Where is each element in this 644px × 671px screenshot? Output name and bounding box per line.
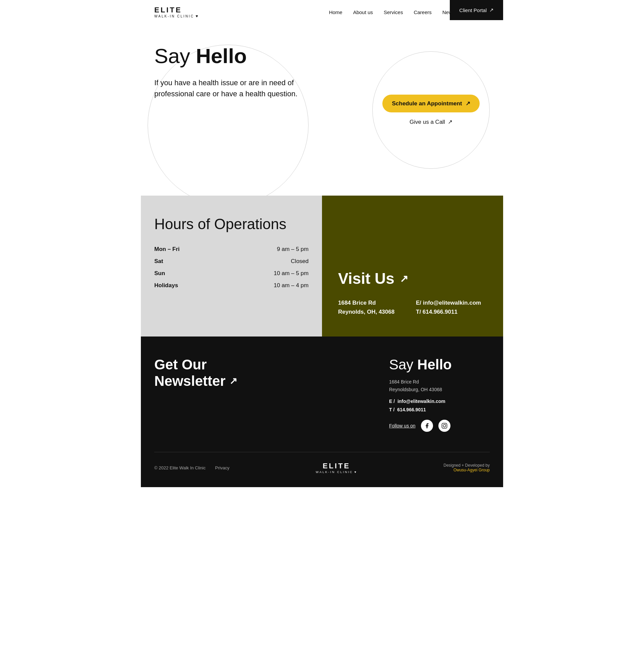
- schedule-appointment-button[interactable]: Schedule an Appointment ↗: [382, 94, 479, 112]
- email-label: E/: [416, 300, 421, 306]
- hours-row-sat: Sat Closed: [154, 258, 309, 265]
- nav-home[interactable]: Home: [329, 9, 343, 15]
- footer-hello: Say Hello 1684 Brice Rd Reynoldsburg, OH…: [389, 357, 490, 431]
- visit-info-grid: 1684 Brice Rd Reynolds, OH, 43068 E/ inf…: [338, 298, 487, 316]
- privacy-link[interactable]: Privacy: [215, 465, 229, 470]
- footer-bottom: © 2022 Elite Walk In Clinic Privacy ELIT…: [154, 452, 490, 474]
- footer-logo-subtitle: WALK-IN CLINIC ♥: [315, 470, 357, 474]
- visit-us-section: Visit Us ↗ 1684 Brice Rd Reynolds, OH, 4…: [322, 195, 503, 337]
- hours-row-sun: Sun 10 am – 5 pm: [154, 270, 309, 277]
- hours-time-monFri: 9 am – 5 pm: [277, 246, 309, 253]
- newsletter-arrow-icon: ↗: [229, 376, 237, 387]
- hours-row-monFri: Mon – Fri 9 am – 5 pm: [154, 246, 309, 253]
- schedule-arrow-icon: ↗: [466, 100, 470, 107]
- footer-top: Get Our Newsletter ↗ Say Hello 1684 Bric…: [154, 357, 490, 431]
- hours-title: Hours of Operations: [154, 216, 309, 232]
- logo-heart: ♥: [195, 14, 199, 18]
- footer-address: 1684 Brice Rd Reynoldsburg, OH 43068: [389, 378, 490, 393]
- logo-title: ELITE: [154, 6, 199, 14]
- hours-day-sat: Sat: [154, 258, 195, 265]
- navbar: ELITE WALK-IN CLINIC ♥ Home About us Ser…: [141, 0, 503, 25]
- footer-hello-title: Say Hello: [389, 357, 490, 373]
- newsletter-link-row: Newsletter ↗: [154, 373, 237, 389]
- hero-section: Say Hello If you have a health issue or …: [141, 25, 503, 195]
- nav-careers[interactable]: Careers: [414, 9, 432, 15]
- visit-contact: E/ info@elitewalkin.com T/ 614.966.9011: [416, 298, 487, 316]
- footer-contact-email: E / info@elitewalkin.com: [389, 397, 490, 406]
- svg-point-2: [446, 424, 446, 425]
- hero-left: Say Hello If you have a health issue or …: [154, 45, 315, 99]
- footer: Get Our Newsletter ↗ Say Hello 1684 Bric…: [141, 337, 503, 487]
- footer-dev: Designed + Developed by Owusu-Agyei Grou…: [443, 463, 490, 472]
- copyright: © 2022 Elite Walk In Clinic: [154, 465, 206, 470]
- call-arrow-icon: ↗: [448, 118, 452, 126]
- nav-services[interactable]: Services: [384, 9, 403, 15]
- hours-day-sun: Sun: [154, 270, 195, 277]
- instagram-icon[interactable]: [438, 420, 450, 432]
- follow-us-label: Follow us on: [389, 423, 415, 428]
- hours-time-sat: Closed: [291, 258, 309, 265]
- give-us-a-call-link[interactable]: Give us a Call ↗: [410, 118, 452, 126]
- svg-point-1: [443, 425, 446, 427]
- logo-subtitle: WALK-IN CLINIC ♥: [154, 14, 199, 18]
- footer-bottom-left: © 2022 Elite Walk In Clinic Privacy: [154, 465, 229, 471]
- follow-us-row: Follow us on: [389, 420, 490, 432]
- split-section: Hours of Operations Mon – Fri 9 am – 5 p…: [141, 195, 503, 337]
- hours-time-holidays: 10 am – 4 pm: [274, 282, 309, 289]
- visit-address: 1684 Brice Rd Reynolds, OH, 43068: [338, 298, 409, 316]
- decorative-circle-right: Schedule an Appointment ↗ Give us a Call…: [372, 51, 490, 169]
- newsletter-section: Get Our Newsletter ↗: [154, 357, 237, 431]
- footer-logo-title: ELITE: [315, 461, 357, 470]
- newsletter-title: Get Our Newsletter ↗: [154, 357, 237, 389]
- hours-day-holidays: Holidays: [154, 282, 195, 289]
- dev-link[interactable]: Owusu-Agyei Group: [453, 468, 490, 472]
- phone-label: T/: [416, 309, 421, 315]
- footer-logo[interactable]: ELITE WALK-IN CLINIC ♥: [315, 461, 357, 474]
- nav-about[interactable]: About us: [353, 9, 373, 15]
- hours-row-holidays: Holidays 10 am – 4 pm: [154, 282, 309, 289]
- hero-right: Schedule an Appointment ↗ Give us a Call…: [372, 51, 490, 169]
- footer-contact-phone: T / 614.966.9011: [389, 406, 490, 414]
- svg-rect-0: [442, 423, 447, 428]
- client-portal-button[interactable]: Client Portal ↗: [450, 0, 503, 20]
- logo[interactable]: ELITE WALK-IN CLINIC ♥: [154, 6, 199, 18]
- visit-us-arrow-icon: ↗: [400, 273, 408, 284]
- hero-description: If you have a health issue or are in nee…: [154, 77, 315, 99]
- client-portal-arrow-icon: ↗: [489, 7, 494, 13]
- hours-day-monFri: Mon – Fri: [154, 246, 195, 253]
- hours-section: Hours of Operations Mon – Fri 9 am – 5 p…: [141, 195, 322, 337]
- hours-time-sun: 10 am – 5 pm: [274, 270, 309, 277]
- facebook-icon[interactable]: [421, 420, 433, 432]
- hero-title: Say Hello: [154, 45, 315, 67]
- hours-table: Mon – Fri 9 am – 5 pm Sat Closed Sun 10 …: [154, 246, 309, 289]
- visit-us-title: Visit Us ↗: [338, 269, 487, 288]
